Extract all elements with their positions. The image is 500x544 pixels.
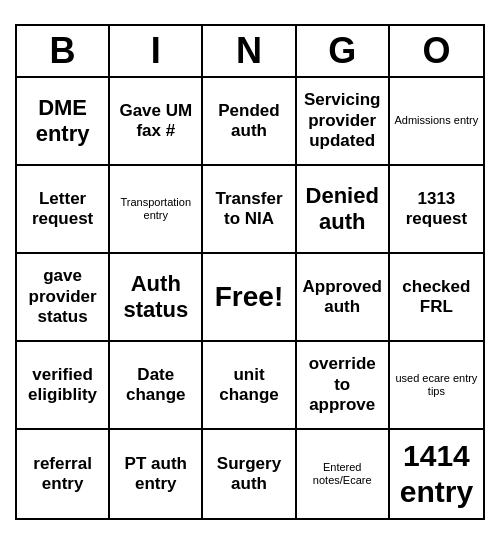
bingo-cell-9: 1313 request [390, 166, 483, 254]
bingo-cell-8: Denied auth [297, 166, 390, 254]
header-letter-b: B [17, 26, 110, 76]
bingo-cell-24: 1414 entry [390, 430, 483, 518]
bingo-cell-20: referral entry [17, 430, 110, 518]
bingo-cell-17: unit change [203, 342, 296, 430]
bingo-cell-5: Letter request [17, 166, 110, 254]
bingo-cell-21: PT auth entry [110, 430, 203, 518]
bingo-header: BINGO [17, 26, 483, 78]
bingo-cell-22: Surgery auth [203, 430, 296, 518]
bingo-card: BINGO DME entryGave UM fax #Pended authS… [15, 24, 485, 520]
bingo-cell-11: Auth status [110, 254, 203, 342]
bingo-cell-0: DME entry [17, 78, 110, 166]
bingo-grid: DME entryGave UM fax #Pended authServici… [17, 78, 483, 518]
header-letter-o: O [390, 26, 483, 76]
bingo-cell-16: Date change [110, 342, 203, 430]
header-letter-g: G [297, 26, 390, 76]
bingo-cell-10: gave provider status [17, 254, 110, 342]
bingo-cell-13: Approved auth [297, 254, 390, 342]
bingo-cell-14: checked FRL [390, 254, 483, 342]
bingo-cell-15: verified eligiblity [17, 342, 110, 430]
bingo-cell-12: Free! [203, 254, 296, 342]
header-letter-i: I [110, 26, 203, 76]
bingo-cell-1: Gave UM fax # [110, 78, 203, 166]
bingo-cell-23: Entered notes/Ecare [297, 430, 390, 518]
bingo-cell-4: Admissions entry [390, 78, 483, 166]
bingo-cell-19: used ecare entry tips [390, 342, 483, 430]
bingo-cell-2: Pended auth [203, 78, 296, 166]
header-letter-n: N [203, 26, 296, 76]
bingo-cell-3: Servicing provider updated [297, 78, 390, 166]
bingo-cell-18: override to approve [297, 342, 390, 430]
bingo-cell-7: Transfer to NIA [203, 166, 296, 254]
bingo-cell-6: Transportation entry [110, 166, 203, 254]
